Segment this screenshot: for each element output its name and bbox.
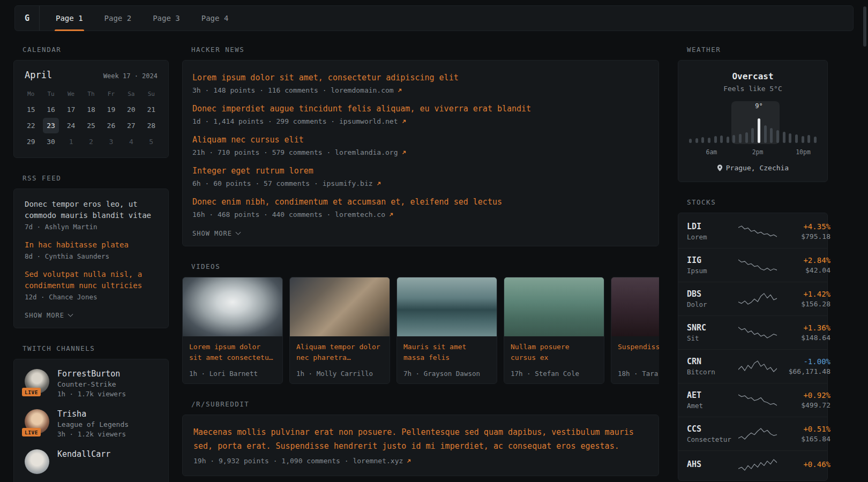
stock-name: Ipsum	[687, 267, 738, 275]
calendar-day: 2	[83, 134, 99, 149]
tab-page-3[interactable]: Page 3	[142, 6, 191, 31]
stocks-card: LDI Lorem +4.35% $795.18 IIG Ipsum	[678, 213, 828, 481]
stock-symbol: CRN	[687, 357, 738, 366]
hackernews-widget: HACKER NEWS Lorem ipsum dolor sit amet, …	[182, 46, 659, 246]
external-link-icon	[401, 119, 407, 124]
calendar-day: 17	[63, 102, 79, 117]
stock-sparkline	[738, 359, 777, 373]
tab-page-2[interactable]: Page 2	[94, 6, 143, 31]
tab-page-4[interactable]: Page 4	[191, 6, 240, 31]
right-column: WEATHER Overcast Feels like 5°C 9° 6am 2…	[678, 46, 828, 482]
calendar-week-label: Week 17 · 2024	[103, 72, 158, 80]
show-more-label: SHOW MORE	[192, 230, 232, 237]
twitch-channel[interactable]: LIVE Trisha League of Legends 3h · 1.2k …	[25, 409, 158, 438]
weather-location: Prague, Czechia	[689, 164, 817, 172]
calendar-weekday: Mo	[21, 87, 41, 101]
weather-bars	[689, 117, 817, 143]
stock-symbol: IIG	[687, 255, 738, 265]
story-link[interactable]: Donec enim nibh, condimentum et accumsan…	[192, 197, 649, 208]
stock-row[interactable]: LDI Lorem +4.35% $795.18	[678, 215, 827, 248]
stock-row[interactable]: SNRC Sit +1.36% $148.64	[678, 315, 827, 349]
video-card[interactable]: Nullam posuere cursus ex 17h · Stefan Co…	[504, 277, 604, 384]
left-column: CALENDAR April Week 17 · 2024 MoTuWeThFr…	[13, 46, 169, 482]
weather-bar	[802, 136, 804, 143]
rss-item[interactable]: Donec tempor eros leo, ut commodo mauris…	[25, 199, 158, 231]
video-thumbnail	[504, 277, 604, 336]
video-meta: 18h · Tara	[618, 370, 659, 378]
rss-item-title: Donec tempor eros leo, ut commodo mauris…	[25, 199, 158, 221]
post-link[interactable]: Maecenas mollis pulvinar erat non posuer…	[193, 426, 648, 453]
video-card[interactable]: Aliquam tempor dolor nec pharetra… 1h · …	[289, 277, 390, 384]
story-link[interactable]: Aliquam nec cursus elit	[192, 134, 649, 146]
stock-row[interactable]: AET Amet +0.92% $499.72	[678, 383, 827, 417]
chevron-down-icon	[236, 229, 241, 235]
calendar-days-grid: MoTuWeThFrSaSu15161718192021222324252627…	[14, 85, 168, 157]
show-more-button[interactable]: SHOW MORE	[192, 228, 240, 238]
video-title: Lorem ipsum dolor sit amet consectetu…	[189, 342, 276, 363]
stock-sparkline	[738, 224, 777, 238]
external-link-icon	[388, 212, 394, 217]
tab-page-1[interactable]: Page 1	[45, 6, 94, 31]
weather-bar	[776, 130, 779, 143]
calendar-day: 21	[143, 102, 159, 117]
stock-row[interactable]: CCS Consectetur +0.51% $165.84	[678, 417, 827, 450]
stock-price: $795.18	[777, 232, 830, 240]
video-title: Nullam posuere cursus ex	[511, 342, 597, 363]
section-title-calendar: CALENDAR	[23, 46, 169, 54]
middle-column: HACKER NEWS Lorem ipsum dolor sit amet, …	[182, 46, 659, 482]
stock-symbol: AHS	[687, 460, 738, 469]
stock-sparkline	[738, 326, 777, 340]
external-link-icon	[397, 88, 402, 93]
hackernews-item: Lorem ipsum dolor sit amet, consectetur …	[192, 72, 649, 94]
stock-price: $156.28	[777, 300, 830, 308]
calendar-day: 24	[63, 118, 79, 133]
stock-row[interactable]: CRN Bitcorn -1.00% $66,171.48	[678, 349, 827, 383]
video-meta: 1h · Molly Carrillo	[296, 370, 383, 378]
calendar-day: 20	[123, 102, 139, 117]
weather-bar	[701, 137, 704, 143]
stock-price: $499.72	[777, 401, 830, 409]
video-title: Aliquam tempor dolor nec pharetra…	[296, 342, 383, 363]
rss-item-title: Sed volutpat nulla nisl, a condimentum n…	[25, 269, 158, 291]
stock-row[interactable]: IIG Ipsum +2.84% $42.04	[678, 248, 827, 282]
story-link[interactable]: Donec imperdiet augue tincidunt felis al…	[192, 103, 649, 115]
scrollbar-thumb[interactable]	[863, 6, 866, 47]
calendar-month: April	[25, 70, 52, 80]
video-title: Suspendisse diam	[618, 342, 659, 352]
weather-bar	[689, 139, 692, 143]
video-card[interactable]: Mauris sit amet massa felis 7h · Grayson…	[396, 277, 497, 384]
weather-card: Overcast Feels like 5°C 9° 6am 2pm 10pm …	[678, 60, 828, 182]
subreddit-card: Maecenas mollis pulvinar erat non posuer…	[182, 415, 659, 476]
location-label: Prague, Czechia	[726, 164, 789, 172]
avatar: LIVE	[25, 369, 49, 394]
twitch-channel[interactable]: KendallCarr	[25, 449, 158, 474]
show-more-label: SHOW MORE	[25, 312, 64, 319]
calendar-day: 18	[83, 102, 99, 117]
weather-bar	[814, 137, 817, 143]
stock-change: +4.35%	[777, 222, 830, 231]
hackernews-card: Lorem ipsum dolor sit amet, consectetur …	[182, 60, 659, 246]
stocks-widget: STOCKS LDI Lorem +4.35% $795.18 IIG	[678, 198, 828, 481]
weather-bar	[695, 138, 698, 143]
video-thumbnail	[290, 277, 390, 336]
app-logo[interactable]: G	[15, 6, 40, 31]
show-more-button[interactable]: SHOW MORE	[25, 310, 72, 320]
weather-bar	[708, 138, 710, 143]
story-link[interactable]: Lorem ipsum dolor sit amet, consectetur …	[192, 72, 649, 84]
twitch-channel[interactable]: LIVE ForrestBurton Counter-Strike 1h · 1…	[25, 369, 158, 398]
stock-row[interactable]: DBS Dolor +1.42% $156.28	[678, 282, 827, 315]
section-title-stocks: STOCKS	[687, 198, 828, 206]
video-card[interactable]: Suspendisse diam 18h · Tara	[611, 277, 659, 384]
video-card[interactable]: Lorem ipsum dolor sit amet consectetu… 1…	[182, 277, 283, 384]
calendar-day: 23	[43, 118, 59, 133]
stock-row[interactable]: AHS +0.46%	[678, 450, 827, 479]
hackernews-item: Donec enim nibh, condimentum et accumsan…	[192, 197, 649, 219]
stock-sparkline	[738, 258, 777, 272]
time-label: 6am	[706, 148, 717, 156]
story-meta: 3h · 148 points · 116 comments · loremdo…	[192, 86, 394, 94]
rss-item[interactable]: In hac habitasse platea 8d · Cynthia Sau…	[25, 239, 158, 260]
video-meta: 17h · Stefan Cole	[511, 370, 597, 378]
weather-bar	[732, 135, 735, 143]
rss-item[interactable]: Sed volutpat nulla nisl, a condimentum n…	[25, 269, 158, 301]
story-link[interactable]: Integer eget rutrum lorem	[192, 165, 649, 177]
